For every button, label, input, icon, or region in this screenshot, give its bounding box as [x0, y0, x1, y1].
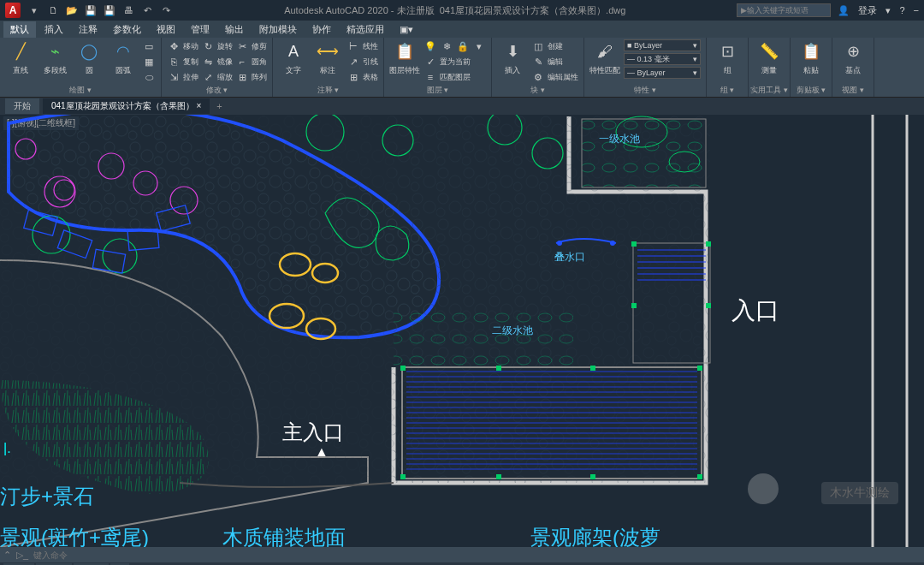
plot-icon[interactable]: 🖶	[121, 3, 135, 17]
saveas-icon[interactable]: 💾	[103, 3, 116, 17]
cad-drawing: |.	[0, 115, 924, 547]
svg-point-74	[557, 241, 562, 246]
arc-button[interactable]: ◠圆弧	[108, 39, 139, 76]
panel-draw: ╱直线 ⌁多段线 ◯圆 ◠圆弧 ▭ ▦ ⬭ 绘图 ▾	[0, 38, 162, 97]
fillet-icon[interactable]: ⌐	[235, 55, 249, 68]
layer-props-button[interactable]: 📋图层特性	[389, 39, 420, 76]
user-icon[interactable]: 👤	[838, 5, 850, 16]
linear-icon[interactable]: ⊢	[346, 39, 360, 53]
tab-addins[interactable]: 附加模块	[252, 21, 304, 38]
label-outlet: 叠水口	[554, 250, 585, 265]
paste-button[interactable]: 📋粘贴	[796, 39, 826, 76]
help-search[interactable]: ▶ 输入关键字或短语	[737, 3, 831, 17]
panel-layer: 📋图层特性 💡❄🔒▾ ✓置为当前 ≡匹配图层 图层 ▾	[384, 38, 492, 97]
label-stepping: 汀步+景石	[0, 483, 94, 510]
table-icon[interactable]: ⊞	[346, 70, 360, 84]
ribbon: ╱直线 ⌁多段线 ◯圆 ◠圆弧 ▭ ▦ ⬭ 绘图 ▾ ✥移动↻旋转✂修剪 ⎘复制…	[0, 38, 924, 98]
minimize-icon[interactable]: −	[914, 5, 919, 15]
trim-icon[interactable]: ✂	[235, 39, 249, 53]
layer-freeze-icon[interactable]: ❄	[440, 39, 453, 53]
rotate-icon[interactable]: ↻	[201, 39, 215, 53]
tab-parametric[interactable]: 参数化	[106, 21, 148, 38]
tab-collab[interactable]: 协作	[305, 21, 338, 38]
svg-rect-63	[496, 366, 501, 371]
color-dropdown[interactable]: ■ ByLayer▾	[624, 39, 701, 51]
polyline-button[interactable]: ⌁多段线	[39, 39, 70, 76]
label-wood-floor: 木质铺装地面	[222, 524, 346, 547]
leader-icon[interactable]: ↗	[346, 55, 360, 68]
scale-icon[interactable]: ⤢	[201, 70, 215, 84]
insert-block-button[interactable]: ⬇插入	[497, 39, 528, 76]
label-pond1: 一级水池	[599, 132, 640, 146]
group-button[interactable]: ⊡组	[712, 39, 743, 76]
command-line[interactable]: ⌃ ▷_	[0, 547, 924, 562]
qat-menu-icon[interactable]: ▾	[27, 3, 41, 17]
svg-rect-10	[394, 303, 573, 372]
tab-default[interactable]: 默认	[3, 21, 36, 38]
save-icon[interactable]: 💾	[84, 3, 98, 17]
new-icon[interactable]: 🗋	[46, 3, 60, 17]
open-icon[interactable]: 📂	[65, 3, 79, 17]
svg-text:|.: |.	[3, 441, 11, 455]
line-button[interactable]: ╱直线	[5, 39, 36, 76]
cmd-prompt-icon: ▷_	[16, 550, 28, 561]
start-tab[interactable]: 开始	[5, 98, 39, 114]
svg-rect-64	[590, 366, 595, 371]
circle-button[interactable]: ◯圆	[74, 39, 104, 76]
text-button[interactable]: A文字	[278, 39, 309, 76]
label-entry: 入口	[732, 294, 779, 327]
edit-block-icon[interactable]: ✎	[531, 55, 545, 68]
undo-icon[interactable]: ↶	[140, 3, 154, 17]
panel-label: 视图 ▾	[832, 85, 874, 96]
svg-rect-71	[706, 241, 711, 247]
dim-button[interactable]: ⟷标注	[312, 39, 343, 76]
rect-icon[interactable]: ▭	[142, 39, 156, 53]
basepoint-button[interactable]: ⊕基点	[838, 39, 868, 76]
mirror-icon[interactable]: ⇋	[201, 55, 215, 68]
tab-output[interactable]: 输出	[218, 21, 251, 38]
linetype-dropdown[interactable]: — ByLayer▾	[624, 67, 701, 79]
tab-manage[interactable]: 管理	[184, 21, 216, 38]
drawing-tab[interactable]: 041屋顶花园景观设计方案（含果图） ×	[43, 98, 210, 114]
panel-label: 图层 ▾	[384, 85, 491, 96]
tab-expand-icon[interactable]: ▣▾	[393, 22, 420, 37]
tab-annotate[interactable]: 注释	[72, 21, 104, 38]
new-tab-icon[interactable]: +	[216, 101, 222, 111]
create-block-icon[interactable]: ◫	[531, 39, 545, 53]
panel-clipboard: 📋粘贴 剪贴板 ▾	[791, 38, 832, 97]
layer-lock-icon[interactable]: 🔒	[456, 39, 470, 53]
hatch-icon[interactable]: ▦	[142, 55, 156, 68]
title-text: Autodesk AutoCAD 2020 - 未注册版 041屋顶花园景观设计…	[173, 4, 737, 17]
social-icon[interactable]: ▾	[886, 5, 891, 16]
panel-label: 块 ▾	[492, 85, 583, 96]
command-input[interactable]	[33, 550, 921, 560]
matchlayer-icon[interactable]: ≡	[424, 70, 437, 84]
drawing-area[interactable]: [-][俯视][二维线框]	[0, 115, 924, 547]
copy-icon[interactable]: ⎘	[167, 55, 181, 68]
layer-on-icon[interactable]: 💡	[424, 39, 437, 53]
setcurrent-icon[interactable]: ✓	[424, 55, 437, 68]
quick-access-toolbar: ▾ 🗋 📂 💾 💾 🖶 ↶ ↷	[27, 3, 173, 17]
ellipse-icon[interactable]: ⬭	[142, 70, 156, 84]
document-tabs: 开始 041屋顶花园景观设计方案（含果图） × +	[0, 98, 924, 115]
label-pond2: 二级水池	[492, 324, 533, 338]
panel-properties: 🖌特性匹配 ■ ByLayer▾ — 0.13 毫米▾ — ByLayer▾ 特…	[584, 38, 707, 97]
array-icon[interactable]: ⊞	[235, 70, 249, 84]
app-logo[interactable]: A	[5, 3, 21, 18]
login-link[interactable]: 登录	[858, 4, 877, 17]
panel-block: ⬇插入 ◫创建 ✎编辑 ⚙编辑属性 块 ▾	[492, 38, 584, 97]
match-props-button[interactable]: 🖌特性匹配	[589, 39, 620, 76]
edit-attr-icon[interactable]: ⚙	[531, 70, 545, 84]
tab-view[interactable]: 视图	[150, 21, 182, 38]
lineweight-dropdown[interactable]: — 0.13 毫米▾	[624, 53, 701, 65]
tab-featured[interactable]: 精选应用	[340, 21, 391, 38]
redo-icon[interactable]: ↷	[159, 3, 173, 17]
stretch-icon[interactable]: ⇲	[167, 70, 181, 84]
tab-insert[interactable]: 插入	[38, 21, 70, 38]
help-icon[interactable]: ?	[899, 5, 904, 15]
svg-rect-70	[631, 241, 637, 247]
cmd-history-icon[interactable]: ⌃	[3, 550, 11, 561]
svg-rect-66	[400, 474, 406, 479]
move-icon[interactable]: ✥	[167, 39, 181, 53]
measure-button[interactable]: 📏测量	[754, 39, 785, 76]
